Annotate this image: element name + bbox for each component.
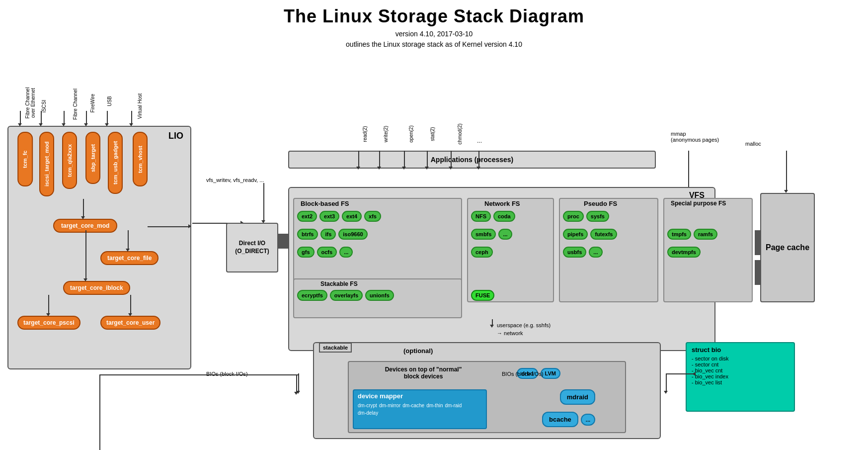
- label-iscsi: iSCSI: [41, 100, 47, 113]
- struct-bio-title: struct bio: [692, 346, 789, 354]
- mmap-label: mmap(anonymous pages): [671, 131, 719, 143]
- smbfs-pill: smbfs: [471, 229, 496, 240]
- fuse-pill: FUSE: [471, 290, 494, 301]
- lio-arrow3: [85, 230, 86, 280]
- ext2-pill: ext2: [297, 211, 317, 222]
- ifs-pill: ifs: [320, 229, 336, 240]
- target-core-user-pill: target_core_user: [100, 316, 160, 330]
- tcm-usb-gadget-pill: tcm_usb_gadget: [108, 132, 123, 194]
- dm-thin-label: dm-thin: [426, 403, 443, 408]
- stat-arrowhead: [425, 167, 429, 170]
- label-usb: USB: [107, 96, 112, 106]
- block-dots-pill: ...: [339, 247, 353, 258]
- arrowhead-in-6: [129, 123, 133, 126]
- pseudo-dots-pill: ...: [589, 247, 602, 258]
- direct-io-box: Direct I/O(O_DIRECT): [226, 223, 278, 272]
- devices-box: Devices on top of "normal"block devices …: [348, 361, 626, 433]
- vfs-writev-label: vfs_writev, vfs_readv, ...: [206, 177, 264, 183]
- btrfs-pill: btrfs: [297, 229, 318, 240]
- stackable-label: stackable: [319, 343, 352, 353]
- block-fs-row3: gfs ocfs ...: [297, 247, 353, 258]
- network-fs-row1: NFS coda: [471, 211, 515, 222]
- iscsi-target-mod-pill: iscsi_target_mod: [39, 132, 54, 196]
- write-arrowhead: [377, 167, 381, 170]
- device-mapper-label: device mapper: [354, 390, 486, 402]
- network-label: → network: [497, 330, 523, 336]
- malloc-arrow: [786, 151, 787, 191]
- optional-label: (optional): [403, 347, 433, 355]
- target-core-iblock-pill: target_core_iblock: [63, 281, 130, 295]
- arrowhead-in-4: [84, 123, 88, 126]
- chmod-syscall-label: chmod(2): [457, 123, 463, 144]
- dm-pills-row: dm-crypt dm-mirror dm-cache dm-thin dm-r…: [354, 402, 486, 417]
- struct-bio-item-4: - bio_vec index: [692, 373, 789, 379]
- usbfs-pill: usbfs: [563, 247, 586, 258]
- arrowhead-in-1: [18, 123, 22, 126]
- read-syscall-label: read(2): [362, 126, 368, 142]
- lio-arrowhead2: [126, 249, 130, 252]
- stat-syscall-label: stat(2): [430, 127, 435, 141]
- special-fs-label: Special purpose FS: [671, 200, 726, 207]
- ext3-pill: ext3: [319, 211, 339, 222]
- dots-arrow: [478, 151, 479, 168]
- pseudo-fs-row1: proc sysfs: [563, 211, 609, 222]
- pseudo-fs-row2: pipefs futexfs: [563, 229, 617, 240]
- dm-cache-label: dm-cache: [402, 403, 424, 408]
- device-dots-pill: ...: [581, 414, 595, 426]
- lio-arrow5: [130, 295, 131, 315]
- dots-syscall-label: ...: [477, 137, 482, 144]
- lio-box: LIO tcm_fc iscsi_target_mod tcm_qla2xxx …: [7, 126, 191, 369]
- lio-arrowhead3: [83, 278, 87, 281]
- stackable-fs-label: Stackable FS: [320, 280, 358, 287]
- vfs-arrow-down: [263, 183, 264, 222]
- page-title: The Linux Storage Stack Diagram: [0, 0, 868, 27]
- label-fibre-ethernet: Fibre Channelover Ethernet: [25, 88, 36, 119]
- network-fs-row2: smbfs ...: [471, 229, 512, 240]
- bios-right-arrowhead: [664, 391, 668, 394]
- fuse-row: FUSE: [471, 290, 494, 301]
- lio-arrow-right: [148, 226, 190, 227]
- tcm-fc-pill: tcm_fc: [17, 132, 33, 186]
- bios-left-label: BIOs (block I/Os): [206, 371, 248, 377]
- diagram-container: LIO tcm_fc iscsi_target_mod tcm_qla2xxx …: [0, 54, 868, 450]
- bios-path-left: [99, 374, 298, 375]
- target-core-file-pill: target_core_file: [100, 251, 158, 265]
- applications-box: Applications (processes): [288, 151, 656, 169]
- page-cache-connector-bot: [755, 260, 761, 285]
- struct-bio-item-1: - sector on disk: [692, 356, 789, 361]
- page-cache-label: Page cache: [766, 242, 809, 253]
- pseudo-fs-label: Pseudo FS: [584, 200, 617, 207]
- target-core-pscsi-pill: target_core_pscsi: [17, 316, 80, 330]
- lio-arrowhead5: [128, 313, 132, 316]
- label-fibre-channel: Fibre Channel: [73, 89, 78, 120]
- arrow-in-1: [20, 111, 21, 125]
- unionfs-pill: unionfs: [365, 290, 394, 301]
- arrow-in-6: [131, 111, 132, 125]
- arrow-in-3: [64, 111, 65, 125]
- network-dots-pill: ...: [498, 229, 512, 240]
- dm-crypt-label: dm-crypt: [358, 403, 377, 408]
- mdraid-pill: mdraid: [560, 389, 595, 405]
- sbp-target-pill: sbp_target: [85, 132, 100, 184]
- dm-mirror-label: dm-mirror: [379, 403, 400, 408]
- devices-label: Devices on top of "normal"block devices: [354, 366, 493, 380]
- pipefs-pill: pipefs: [563, 229, 588, 240]
- label-firewire: FireWire: [90, 94, 95, 113]
- open-syscall-label: open(2): [408, 125, 414, 142]
- arrow-in-4: [86, 111, 87, 125]
- mdraid-row: mdraid: [560, 389, 595, 405]
- dots-arrowhead: [476, 167, 480, 170]
- lio-arrow4: [48, 295, 49, 315]
- ecryptfs-pill: ecryptfs: [297, 290, 327, 301]
- chmod-arrowhead: [449, 167, 453, 170]
- dm-delay-label: dm-delay: [358, 410, 378, 416]
- struct-bio-box: struct bio - sector on disk - sector cnt…: [686, 342, 795, 412]
- block-fs-row2: btrfs ifs iso9660: [297, 229, 368, 240]
- write-arrow: [379, 151, 380, 168]
- device-mapper-box: device mapper dm-crypt dm-mirror dm-cach…: [353, 389, 487, 429]
- chmod-arrow: [451, 151, 452, 168]
- arrowhead-in-2: [39, 123, 43, 126]
- tcm-qla2xxx-pill: tcm_qla2xxx: [62, 132, 77, 189]
- xfs-pill: xfs: [364, 211, 381, 222]
- struct-bio-item-2: - sector cnt: [692, 361, 789, 367]
